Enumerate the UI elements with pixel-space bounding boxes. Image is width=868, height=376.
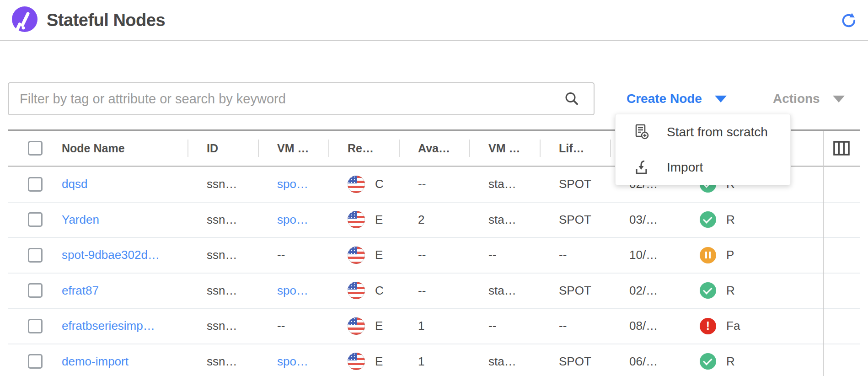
node-name-link[interactable]: spot-9dbae302d… bbox=[62, 248, 160, 262]
vm-link[interactable]: spo… bbox=[277, 355, 308, 369]
header-vm-state[interactable]: VM … bbox=[469, 131, 540, 166]
column-picker-button[interactable] bbox=[823, 131, 860, 166]
header-availability[interactable]: Ava… bbox=[399, 131, 469, 166]
vm-state-value: sta… bbox=[469, 344, 540, 376]
table-row: efrat87 ssn… spo… C -- sta… SPOT 02/… R bbox=[8, 274, 860, 309]
availability-value: 2 bbox=[399, 203, 469, 237]
vm-state-value: -- bbox=[469, 309, 540, 344]
status-label: Fa bbox=[726, 319, 740, 333]
status-icon bbox=[700, 318, 716, 334]
node-id: ssn… bbox=[188, 274, 258, 308]
lifecycle-value: -- bbox=[540, 309, 610, 344]
table-row: Yarden ssn… spo… E 2 sta… SPOT 03/… R bbox=[8, 203, 860, 238]
status-icon bbox=[700, 211, 716, 228]
spot-brand-icon bbox=[12, 6, 38, 34]
header-vm[interactable]: VM … bbox=[258, 131, 328, 166]
create-node-label: Create Node bbox=[627, 91, 702, 106]
page-header: Stateful Nodes bbox=[0, 0, 868, 41]
lifecycle-value: SPOT bbox=[540, 274, 610, 308]
actions-button[interactable]: Actions bbox=[773, 82, 845, 115]
header-lifecycle[interactable]: Lif… bbox=[540, 131, 610, 166]
stateful-nodes-page: Stateful Nodes Create Node Actions Node … bbox=[0, 0, 868, 376]
node-id: ssn… bbox=[188, 167, 258, 202]
created-date: 06/… bbox=[610, 344, 680, 376]
filter-input[interactable] bbox=[8, 82, 595, 115]
lifecycle-value: SPOT bbox=[540, 344, 610, 376]
status-icon bbox=[700, 353, 716, 370]
node-name-link[interactable]: demo-import bbox=[62, 355, 129, 369]
status-label: R bbox=[726, 355, 735, 369]
status-label: R bbox=[726, 284, 735, 298]
vm-value: -- bbox=[258, 238, 328, 273]
document-add-icon bbox=[632, 123, 651, 142]
actions-label: Actions bbox=[773, 91, 820, 106]
vm-link[interactable]: spo… bbox=[277, 213, 308, 227]
create-node-menu: Start from scratch Import bbox=[615, 114, 791, 185]
created-date: 10/… bbox=[610, 238, 680, 273]
status-icon bbox=[700, 247, 716, 263]
columns-icon bbox=[833, 141, 850, 156]
region-value: C bbox=[375, 284, 384, 298]
node-id: ssn… bbox=[188, 309, 258, 344]
vm-link[interactable]: spo… bbox=[277, 177, 308, 191]
vm-state-value: -- bbox=[469, 238, 540, 273]
header-region[interactable]: Re… bbox=[328, 131, 399, 166]
availability-value: -- bbox=[399, 238, 469, 273]
availability-value: 1 bbox=[399, 309, 469, 344]
us-flag-icon bbox=[348, 176, 365, 193]
created-date: 03/… bbox=[610, 203, 680, 237]
menu-item-import[interactable]: Import bbox=[616, 150, 790, 185]
table-row: spot-9dbae302d… ssn… -- E -- -- -- 10/… … bbox=[8, 238, 860, 274]
us-flag-icon bbox=[348, 282, 365, 299]
row-checkbox[interactable] bbox=[28, 283, 43, 298]
status-label: P bbox=[726, 248, 734, 262]
vm-state-value: sta… bbox=[469, 167, 540, 202]
region-value: E bbox=[375, 355, 383, 369]
refresh-button[interactable] bbox=[841, 12, 858, 29]
node-id: ssn… bbox=[188, 344, 258, 376]
region-value: E bbox=[375, 319, 383, 333]
vm-state-value: sta… bbox=[469, 203, 540, 237]
lifecycle-value: SPOT bbox=[540, 167, 610, 202]
vm-state-value: sta… bbox=[469, 274, 540, 308]
vm-link[interactable]: spo… bbox=[277, 284, 308, 298]
created-date: 02/… bbox=[610, 274, 680, 308]
lifecycle-value: SPOT bbox=[540, 203, 610, 237]
table-row: efratbseriesimp… ssn… -- E 1 -- -- 08/… … bbox=[8, 309, 860, 344]
import-icon bbox=[632, 158, 651, 177]
node-name-link[interactable]: dqsd bbox=[62, 177, 87, 191]
availability-value: 1 bbox=[399, 344, 469, 376]
row-checkbox[interactable] bbox=[28, 212, 43, 227]
node-name-link[interactable]: efratbseriesimp… bbox=[62, 319, 155, 333]
chevron-down-icon bbox=[833, 96, 845, 102]
status-icon bbox=[700, 282, 716, 299]
header-node-name[interactable]: Node Name bbox=[8, 131, 188, 166]
page-title: Stateful Nodes bbox=[47, 11, 165, 30]
vm-value: -- bbox=[258, 309, 328, 344]
lifecycle-value: -- bbox=[540, 238, 610, 273]
header-id[interactable]: ID bbox=[188, 131, 258, 166]
us-flag-icon bbox=[348, 353, 365, 370]
row-checkbox[interactable] bbox=[28, 354, 43, 369]
availability-value: -- bbox=[399, 274, 469, 308]
search-icon bbox=[563, 91, 580, 109]
node-name-link[interactable]: efrat87 bbox=[62, 284, 99, 298]
us-flag-icon bbox=[348, 211, 365, 228]
node-id: ssn… bbox=[188, 238, 258, 273]
node-name-link[interactable]: Yarden bbox=[62, 213, 99, 227]
region-value: E bbox=[375, 213, 383, 227]
us-flag-icon bbox=[348, 317, 365, 335]
create-node-button[interactable]: Create Node bbox=[627, 82, 727, 115]
region-value: E bbox=[375, 248, 383, 262]
availability-value: -- bbox=[399, 167, 469, 202]
created-date: 08/… bbox=[610, 309, 680, 344]
node-id: ssn… bbox=[188, 203, 258, 237]
menu-item-start-from-scratch[interactable]: Start from scratch bbox=[616, 114, 790, 150]
row-checkbox[interactable] bbox=[28, 248, 43, 263]
row-checkbox[interactable] bbox=[28, 319, 43, 333]
row-checkbox[interactable] bbox=[28, 177, 43, 192]
region-value: C bbox=[375, 177, 384, 191]
chevron-down-icon bbox=[715, 96, 727, 102]
table-row: demo-import ssn… spo… E 1 sta… SPOT 06/…… bbox=[8, 344, 860, 376]
select-all-checkbox[interactable] bbox=[28, 141, 43, 156]
